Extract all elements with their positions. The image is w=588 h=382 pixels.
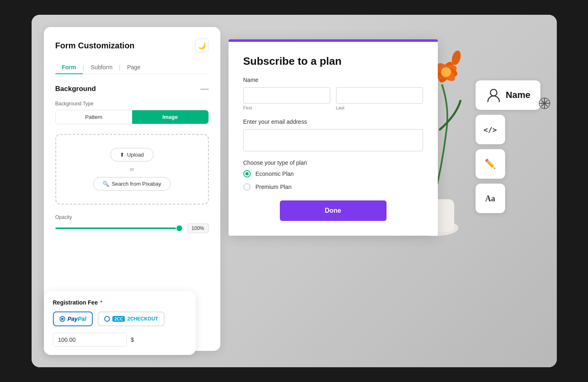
twocheckout-label: 2CHECKOUT [127, 316, 158, 322]
form-body: Subscribe to a plan Name First Last Ente… [229, 42, 438, 236]
form-plan-section: Choose your type of plan Economic Plan P… [243, 159, 423, 191]
bg-type-image[interactable]: Image [132, 110, 208, 124]
panel-header: Form Customization 🌙 [55, 39, 209, 52]
code-tool-card[interactable]: </> [476, 115, 505, 144]
reg-fee-title: Registration Fee * [53, 299, 187, 306]
last-name-input[interactable] [336, 87, 423, 104]
tab-form[interactable]: Form [55, 61, 83, 74]
name-tool-label: Name [506, 90, 531, 100]
dark-mode-toggle[interactable]: 🌙 [195, 39, 209, 52]
opacity-row: 100% [55, 223, 209, 233]
form-preview: Subscribe to a plan Name First Last Ente… [229, 39, 438, 236]
edit-icon: ✏️ [485, 159, 496, 169]
form-title: Subscribe to a plan [243, 55, 423, 68]
amount-input[interactable] [53, 333, 127, 347]
upload-area: ⬆ Upload or 🔍 Search from Pixabay [55, 134, 209, 205]
twocheckout-option[interactable]: 2CC 2CHECKOUT [98, 312, 165, 326]
upload-or: or [130, 166, 134, 172]
search-icon: 🔍 [103, 181, 109, 187]
first-label: First [243, 105, 330, 110]
person-icon [485, 87, 502, 103]
required-star: * [100, 299, 102, 306]
first-name-group: First [243, 87, 330, 110]
name-tool-card[interactable]: Name [476, 80, 540, 110]
form-name-section: Name First Last [243, 77, 423, 110]
panel-title: Form Customization [55, 41, 135, 50]
bg-type-pattern[interactable]: Pattern [56, 110, 132, 124]
paypal-logo: PayPal [68, 316, 87, 322]
currency-symbol: $ [131, 337, 134, 343]
svg-point-11 [441, 67, 451, 77]
last-label: Last [336, 105, 423, 110]
opacity-label: Opacity [55, 214, 209, 220]
form-email-section: Enter your email address [243, 118, 423, 151]
opacity-section: Opacity 100% [55, 214, 209, 233]
tab-subform[interactable]: Subform [84, 61, 119, 74]
twocheckout-radio [104, 316, 110, 322]
name-label: Name [243, 77, 423, 83]
email-input[interactable] [243, 129, 423, 151]
pixabay-button[interactable]: 🔍 Search from Pixabay [93, 177, 171, 191]
svg-point-14 [490, 89, 497, 96]
text-icon: Aa [485, 194, 495, 203]
section-header: Background — [55, 84, 209, 93]
bg-type-label: Background Type [55, 101, 209, 107]
premium-plan-option[interactable]: Premium Plan [243, 183, 423, 191]
reg-fee-card: Registration Fee * PayPal 2CC 2CHECKOUT … [44, 291, 196, 355]
premium-plan-label: Premium Plan [256, 184, 292, 190]
opacity-slider[interactable] [55, 227, 182, 229]
paypal-option[interactable]: PayPal [53, 312, 93, 326]
plan-options: Economic Plan Premium Plan [243, 170, 423, 191]
edit-tool-card[interactable]: ✏️ [476, 149, 505, 179]
upload-icon: ⬆ [120, 152, 124, 158]
right-tools: Name </> ✏️ Aa [476, 80, 540, 213]
bg-type-buttons: Pattern Image [55, 110, 209, 124]
tab-page[interactable]: Page [121, 61, 147, 74]
text-tool-card[interactable]: Aa [476, 184, 505, 213]
plan-label: Choose your type of plan [243, 159, 423, 166]
economic-plan-option[interactable]: Economic Plan [243, 170, 423, 177]
email-label: Enter your email address [243, 118, 423, 125]
name-row: First Last [243, 87, 423, 110]
first-name-input[interactable] [243, 87, 330, 104]
upload-button[interactable]: ⬆ Upload [110, 148, 153, 161]
tabs-row: Form | Subform | Page [55, 61, 209, 74]
moon-icon: 🌙 [198, 42, 206, 50]
paypal-radio [59, 316, 65, 322]
opacity-value: 100% [187, 223, 209, 233]
main-container: Form Customization 🌙 Form | Subform | Pa… [32, 15, 557, 367]
economic-plan-label: Economic Plan [256, 171, 294, 177]
move-icon [536, 95, 553, 111]
code-icon: </> [483, 125, 497, 134]
done-button[interactable]: Done [280, 200, 387, 221]
payment-options: PayPal 2CC 2CHECKOUT [53, 312, 187, 326]
last-name-group: Last [336, 87, 423, 110]
amount-row: $ [53, 333, 187, 347]
economic-plan-radio [243, 170, 251, 177]
premium-plan-radio [243, 183, 251, 191]
collapse-icon[interactable]: — [201, 84, 209, 93]
twocheckout-logo: 2CC [112, 316, 125, 322]
section-title: Background [55, 85, 96, 93]
